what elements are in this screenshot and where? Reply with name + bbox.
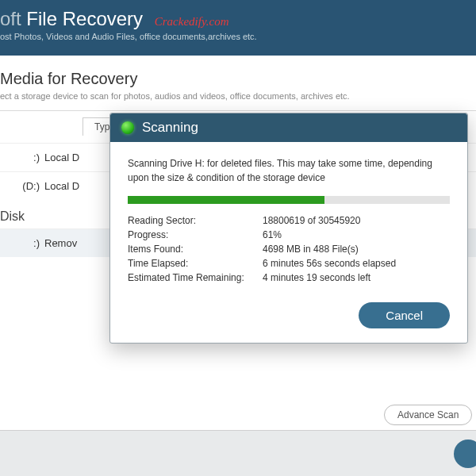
section-header: Media for Recovery ect a storage device … xyxy=(0,56,476,111)
app-header: oft File Recovery Crackedify.com ost Pho… xyxy=(0,0,476,56)
stat-value: 4 minutes 19 seconds left xyxy=(263,272,370,283)
advance-scan-button[interactable]: Advance Scan xyxy=(384,405,472,425)
app-title: File Recovery xyxy=(26,8,143,29)
stat-value: 6 minutes 56s seconds elapsed xyxy=(263,258,396,269)
progress-bar xyxy=(128,196,450,204)
drive-type: Remov xyxy=(40,237,87,249)
stat-row-progress: Progress: 61% xyxy=(128,228,450,242)
dialog-title: Scanning xyxy=(142,120,198,136)
scanning-dialog: Scanning Scanning Drive H: for deleted f… xyxy=(109,113,468,344)
progress-bar-fill xyxy=(128,196,324,204)
stat-key: Progress: xyxy=(128,229,263,240)
status-indicator-icon xyxy=(121,121,134,134)
stat-row-elapsed: Time Elapsed: 6 minutes 56s seconds elap… xyxy=(128,256,450,271)
stat-value: 61% xyxy=(263,229,282,240)
dialog-message: Scanning Drive H: for deleted files. Thi… xyxy=(128,156,450,185)
cancel-button[interactable]: Cancel xyxy=(359,302,450,328)
stat-value: 18800619 of 30545920 xyxy=(263,215,360,226)
drive-type: Local D xyxy=(40,180,87,192)
stat-key: Time Elapsed: xyxy=(128,258,263,269)
app-tagline: ost Photos, Videos and Audio Files, offi… xyxy=(0,32,476,41)
drive-label: :) xyxy=(0,152,40,163)
stat-key: Reading Sector: xyxy=(128,215,263,226)
page-title: Media for Recovery xyxy=(0,70,476,88)
watermark-text: Crackedify.com xyxy=(155,15,229,28)
stat-row-sector: Reading Sector: 18800619 of 30545920 xyxy=(128,213,450,228)
footer-strip xyxy=(0,430,476,476)
scan-stats: Reading Sector: 18800619 of 30545920 Pro… xyxy=(128,213,450,285)
dialog-title-bar: Scanning xyxy=(110,113,467,142)
brand-suffix: oft xyxy=(0,8,21,29)
stat-row-items: Items Found: 4698 MB in 488 File(s) xyxy=(128,242,450,256)
stat-value: 4698 MB in 488 File(s) xyxy=(263,244,359,255)
page-subtitle: ect a storage device to scan for photos,… xyxy=(0,91,476,101)
stat-key: Estimated Time Remaining: xyxy=(128,272,263,283)
stat-row-remaining: Estimated Time Remaining: 4 minutes 19 s… xyxy=(128,271,450,285)
stat-key: Items Found: xyxy=(128,244,263,255)
drive-label: (D:) xyxy=(0,180,40,192)
next-button[interactable] xyxy=(454,440,476,468)
drive-label: :) xyxy=(0,237,40,249)
drive-type: Local D xyxy=(40,152,87,163)
